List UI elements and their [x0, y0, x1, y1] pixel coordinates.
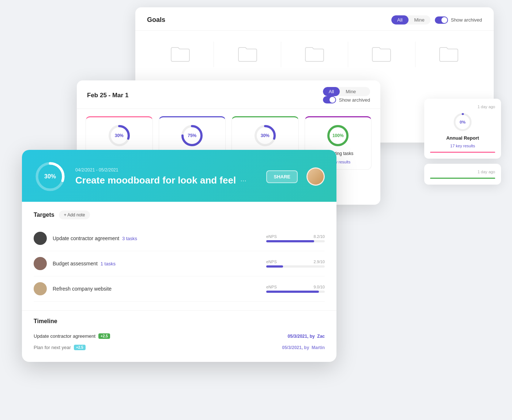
metric-2-fill — [266, 265, 283, 268]
goals-controls: All Mine Show archived — [391, 15, 482, 24]
goals-header: Goals All Mine Show archived — [135, 7, 494, 31]
side-card-ago: 1 day ago — [430, 105, 495, 109]
metric-3-value: 9.0/10 — [313, 285, 325, 289]
detail-info: 04/2/2021 - 05/2/2021 Create moodboard f… — [75, 167, 257, 186]
target-3-metric: eNPS 9.0/10 — [266, 285, 325, 293]
folder-icon — [370, 45, 392, 64]
metric-2-label: eNPS — [266, 260, 277, 264]
detail-title: Create moodboard for look and feel — [75, 175, 236, 186]
detail-pct: 30% — [44, 173, 56, 180]
detail-dates: 04/2/2021 - 05/2/2021 — [75, 167, 257, 173]
target-2-link[interactable]: 1 tasks — [101, 261, 116, 266]
weekly-controls: All Mine Show archived — [323, 87, 370, 103]
folder-item[interactable] — [348, 42, 415, 67]
side-card-annual-report[interactable]: 1 day ago 0% Annual Report 17 key result… — [424, 99, 501, 159]
right-side-panel: 1 day ago 0% Annual Report 17 key result… — [424, 99, 501, 190]
side-card-2-bar — [430, 178, 495, 179]
metric-1-track — [266, 240, 325, 242]
side-donut-1: 0% — [452, 112, 473, 132]
side-card-2-ago: 1 day ago — [430, 170, 495, 174]
target-1-name: Update contractor agreement 3 tasks — [53, 235, 260, 241]
timeline-title: Timeline — [34, 318, 325, 325]
weekly-filter-group: All Mine — [323, 87, 370, 96]
folder-icon — [304, 45, 325, 64]
card-2-pct: 75% — [188, 133, 196, 138]
donut-1: 30% — [108, 124, 131, 147]
timeline-item-1: Update contractor agreement +2.5 — [34, 333, 110, 339]
timeline-meta-2: 05/3/2021, by Martin — [282, 345, 325, 350]
folder-item[interactable] — [147, 42, 214, 67]
toggle-switch-icon[interactable] — [435, 16, 448, 24]
folder-icon — [169, 45, 191, 64]
target-row: Refresh company website eNPS 9.0/10 — [34, 276, 325, 302]
timeline-meta-1: 05/3/2021, by Zac — [288, 334, 325, 339]
folder-item[interactable] — [214, 42, 281, 67]
donut-3: 30% — [253, 124, 277, 147]
targets-title: Targets — [34, 212, 54, 218]
detail-body: Targets + Add note Update contractor agr… — [22, 202, 336, 310]
goals-filter-mine[interactable]: Mine — [409, 15, 430, 24]
folder-item[interactable] — [281, 42, 348, 67]
metric-1-value: 8.2/10 — [313, 234, 325, 239]
target-avatar-3 — [34, 282, 47, 295]
metric-1-label: eNPS — [266, 234, 277, 239]
goals-folders — [135, 31, 494, 78]
goals-title: Goals — [147, 16, 165, 24]
target-avatar-2 — [34, 257, 47, 270]
weekly-header: Feb 25 - Mar 1 All Mine Show archived — [77, 80, 380, 109]
goals-filter-all[interactable]: All — [391, 15, 408, 24]
donut-4: 100% — [326, 124, 350, 147]
detail-donut: 30% — [34, 160, 67, 193]
side-card-title: Annual Report — [446, 135, 479, 141]
detail-header: 30% 04/2/2021 - 05/2/2021 Create moodboa… — [22, 150, 336, 202]
card-4-pct: 100% — [332, 133, 344, 138]
add-note-button[interactable]: + Add note — [59, 211, 90, 219]
target-2-name: Budget assessment 1 tasks — [53, 261, 260, 266]
metric-3-fill — [266, 291, 319, 293]
goals-archived-toggle[interactable]: Show archived — [435, 16, 482, 24]
metric-3-label: eNPS — [266, 285, 277, 289]
detail-panel: 30% 04/2/2021 - 05/2/2021 Create moodboa… — [22, 150, 336, 362]
target-avatar-1 — [34, 232, 47, 245]
timeline-section: Timeline Update contractor agreement +2.… — [22, 310, 336, 362]
side-card-bar — [430, 152, 495, 153]
folder-icon — [438, 45, 460, 64]
targets-section-header: Targets + Add note — [34, 211, 325, 219]
folder-item[interactable] — [415, 42, 482, 67]
target-1-metric: eNPS 8.2/10 — [266, 234, 325, 242]
side-card-pct: 0% — [460, 120, 466, 124]
target-row: Budget assessment 1 tasks eNPS 2.9/10 — [34, 251, 325, 276]
weekly-toggle-icon[interactable] — [323, 96, 336, 103]
goals-archived-label: Show archived — [451, 17, 482, 23]
timeline-row-2: Plan for next year +2.5 05/3/2021, by Ma… — [34, 342, 325, 353]
timeline-row-1: Update contractor agreement +2.5 05/3/20… — [34, 330, 325, 342]
weekly-filter-mine[interactable]: Mine — [340, 87, 362, 96]
folder-icon — [237, 45, 259, 64]
timeline-badge-1: +2.5 — [98, 333, 110, 339]
card-1-pct: 30% — [115, 133, 124, 138]
metric-2-track — [266, 265, 325, 268]
side-card-sub: 17 key results — [450, 144, 475, 148]
avatar — [306, 167, 325, 186]
weekly-archived-toggle[interactable]: Show archived — [323, 96, 370, 103]
goals-filter-group: All Mine — [391, 15, 430, 24]
share-button[interactable]: SHARE — [266, 170, 298, 183]
weekly-filter-all[interactable]: All — [323, 87, 340, 96]
weekly-title: Feb 25 - Mar 1 — [87, 92, 128, 99]
card-3-pct: 30% — [261, 133, 270, 138]
side-card-donut: 0% Annual Report 17 key results — [430, 112, 495, 148]
side-card-2[interactable]: 1 day ago — [424, 164, 501, 185]
weekly-archived-label: Show archived — [339, 97, 370, 103]
metric-3-track — [266, 291, 325, 293]
timeline-item-2: Plan for next year +2.5 — [34, 345, 86, 350]
target-3-name: Refresh company website — [53, 286, 260, 292]
timeline-badge-2: +2.5 — [74, 345, 86, 350]
target-1-link[interactable]: 3 tasks — [122, 236, 137, 241]
donut-2: 75% — [180, 124, 204, 147]
target-row: Update contractor agreement 3 tasks eNPS… — [34, 226, 325, 251]
target-2-metric: eNPS 2.9/10 — [266, 260, 325, 268]
metric-2-value: 2.9/10 — [313, 260, 325, 264]
metric-1-fill — [266, 240, 314, 242]
detail-more-icon[interactable]: ··· — [240, 176, 246, 185]
